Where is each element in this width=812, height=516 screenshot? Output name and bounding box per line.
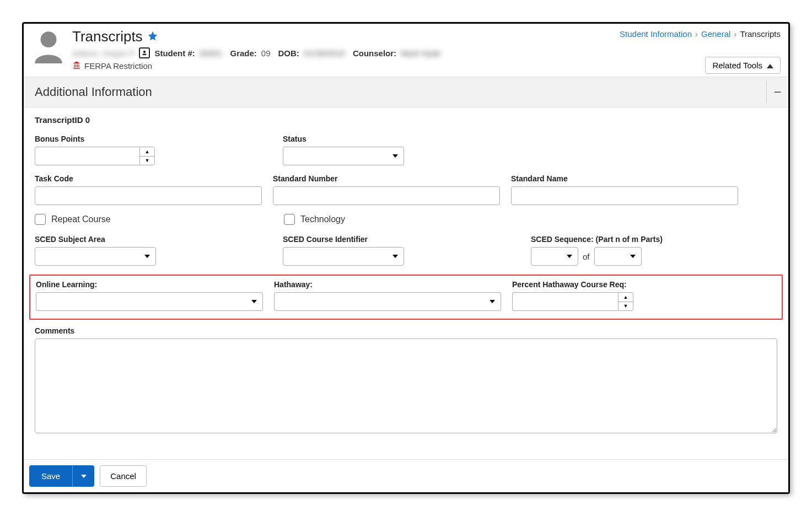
chevron-right-icon: › (695, 29, 698, 39)
standard-name-label: Standard Name (511, 174, 738, 183)
breadcrumb-general[interactable]: General (701, 29, 730, 39)
footer-bar: Save Cancel (24, 459, 788, 492)
technology-checkbox[interactable]: Technology (284, 214, 345, 225)
chevron-down-icon (81, 475, 87, 478)
breadcrumb-current: Transcripts (740, 29, 781, 39)
svg-marker-3 (767, 64, 773, 68)
counselor-value: Mark Hyde (401, 49, 441, 58)
comments-label: Comments (35, 326, 777, 335)
page-header: Transcripts Adams, Degan P Student #: 00… (24, 24, 788, 73)
status-select[interactable] (283, 147, 404, 165)
repeat-course-checkbox[interactable]: Repeat Course (35, 214, 273, 225)
hathaway-label: Hathaway: (274, 280, 501, 289)
cancel-button[interactable]: Cancel (100, 465, 147, 487)
section-title: Additional Information (35, 85, 152, 99)
related-tools-label: Related Tools (712, 61, 762, 70)
favorite-star-icon[interactable] (147, 30, 158, 44)
id-card-icon[interactable] (139, 47, 150, 58)
percent-hathaway-label: Percent Hathaway Course Req: (512, 280, 633, 289)
sced-subject-label: SCED Subject Area (35, 235, 156, 244)
transcript-id-label: TranscriptID 0 (35, 115, 777, 125)
breadcrumb: Student Information › General › Transcri… (620, 29, 781, 39)
counselor-label: Counselor: (353, 49, 396, 58)
ferpa-label: FERPA Restriction (84, 61, 152, 71)
checkbox-icon (35, 214, 46, 225)
collapse-section-button[interactable]: − (766, 81, 788, 103)
highlighted-region: Online Learning: Hathaway: Percent Hatha… (29, 275, 783, 320)
sced-sequence-label: SCED Sequence: (Part n of m Parts) (531, 235, 663, 244)
sced-seq-n-select[interactable] (531, 247, 578, 266)
grade-label: Grade: (230, 49, 256, 58)
sced-course-id-label: SCED Course Identifier (283, 235, 404, 244)
svg-rect-2 (143, 54, 147, 56)
ferpa-icon (72, 61, 81, 71)
student-name: Adams, Degan P (72, 49, 135, 58)
standard-number-input[interactable] (273, 186, 500, 205)
grade-value: 09 (261, 49, 271, 58)
online-learning-select[interactable] (36, 292, 263, 311)
percent-hathaway-input[interactable] (512, 292, 618, 311)
dob-label: DOB: (278, 49, 299, 58)
save-button[interactable]: Save (29, 465, 72, 487)
avatar (30, 28, 67, 64)
page-title: Transcripts (72, 28, 143, 45)
section-header: Additional Information − (24, 77, 788, 108)
percent-hathaway-stepper[interactable]: ▲▼ (618, 292, 633, 311)
chevron-right-icon: › (734, 29, 736, 39)
bonus-points-stepper[interactable]: ▲▼ (139, 147, 155, 165)
technology-label: Technology (300, 214, 345, 224)
standard-name-input[interactable] (511, 186, 738, 205)
task-code-input[interactable] (35, 186, 262, 205)
sced-course-id-select[interactable] (283, 247, 404, 266)
task-code-label: Task Code (35, 174, 262, 183)
related-tools-button[interactable]: Related Tools (705, 57, 781, 74)
student-num-label: Student #: (154, 49, 195, 58)
breadcrumb-student-info[interactable]: Student Information (620, 29, 692, 39)
save-dropdown-button[interactable] (72, 465, 94, 487)
hathaway-select[interactable] (274, 292, 501, 311)
sced-subject-select[interactable] (35, 247, 156, 266)
repeat-course-label: Repeat Course (51, 214, 111, 224)
chevron-up-icon (767, 61, 773, 70)
bonus-points-label: Bonus Points (35, 135, 156, 143)
online-learning-label: Online Learning: (36, 280, 263, 289)
sced-of-label: of (583, 252, 590, 261)
standard-number-label: Standard Number (273, 174, 500, 183)
sced-seq-m-select[interactable] (594, 247, 642, 266)
status-label: Status (283, 135, 404, 143)
svg-marker-4 (81, 475, 87, 478)
comments-textarea[interactable] (35, 338, 777, 433)
bonus-points-input[interactable] (35, 147, 139, 165)
student-num-value: 00001 (200, 49, 223, 58)
checkbox-icon (284, 214, 295, 225)
dob-value: 01/28/2010 (304, 49, 345, 58)
svg-point-0 (41, 31, 57, 47)
svg-point-1 (143, 51, 146, 53)
